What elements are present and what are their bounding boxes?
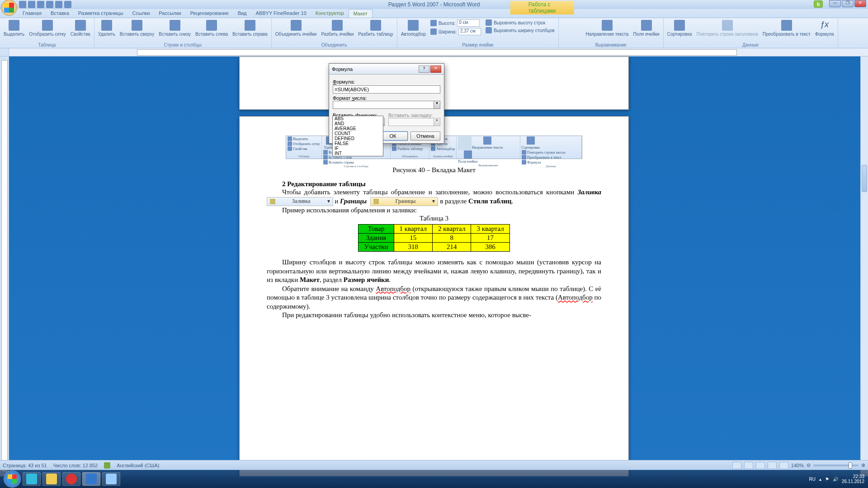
close-button[interactable]: ✕ (854, 0, 866, 7)
zoom-level[interactable]: 140% (791, 463, 804, 468)
number-format-select[interactable]: ▼ (333, 101, 440, 109)
insert-right-button[interactable]: Вставить справа (231, 19, 269, 38)
undo-icon[interactable] (28, 1, 35, 8)
print-layout-view-button[interactable] (732, 462, 741, 469)
tray-network-icon[interactable]: ⚑ (825, 477, 829, 482)
convert-to-text-button[interactable]: Преобразовать в текст (761, 19, 812, 38)
dialog-help-button[interactable]: ? (419, 66, 429, 73)
tray-volume-icon[interactable]: 🔊 (833, 477, 838, 482)
spell-check-icon[interactable] (104, 462, 110, 469)
delete-button[interactable]: Удалить (96, 19, 117, 38)
qat-icon[interactable] (46, 1, 53, 8)
tab-design[interactable]: Конструктор (311, 9, 349, 18)
scrollbar-thumb[interactable] (862, 165, 867, 192)
minimize-button[interactable]: — (829, 0, 841, 7)
vertical-ruler[interactable] (1, 60, 8, 473)
start-button[interactable] (4, 470, 21, 488)
qat-icon[interactable] (64, 1, 71, 8)
merge-cells-button[interactable]: Объединить ячейки (274, 19, 319, 38)
zoom-slider[interactable] (813, 465, 859, 466)
taskbar-paint[interactable] (102, 472, 120, 486)
tab-view[interactable]: Вид (233, 9, 251, 18)
zoom-in-button[interactable]: ⊕ (861, 462, 865, 468)
dropdown-item[interactable]: FALSE (333, 141, 383, 146)
tab-insert[interactable]: Вставка (46, 9, 74, 18)
align-ml-icon[interactable] (561, 25, 568, 32)
maximize-button[interactable]: ❐ (842, 0, 854, 7)
distribute-rows-button[interactable]: Выровнять высоту строк (484, 19, 557, 26)
dialog-titlebar[interactable]: Формула ? ✕ (329, 64, 444, 75)
split-table-icon (370, 20, 381, 31)
align-bl-icon[interactable] (561, 32, 568, 38)
autofit-button[interactable]: Автоподбор (399, 19, 428, 38)
sort-button[interactable]: Сортировка (665, 19, 694, 38)
properties-button[interactable]: Свойства (69, 19, 92, 38)
dropdown-item[interactable]: AND (333, 121, 383, 126)
dropdown-item[interactable]: INT (333, 151, 383, 156)
align-tr-icon[interactable] (576, 19, 583, 25)
horizontal-ruler[interactable] (137, 49, 737, 56)
ruler-bar (0, 48, 868, 56)
draft-view-button[interactable] (779, 462, 788, 469)
tab-references[interactable]: Ссылки (128, 9, 155, 18)
split-cells-button[interactable]: Разбить ячейки (319, 19, 355, 38)
tray-flag-icon[interactable]: ▴ (819, 477, 821, 482)
tab-abbyy[interactable]: ABBYY FineReader 10 (251, 9, 311, 18)
insert-above-button[interactable]: Вставить сверху (118, 19, 156, 38)
view-gridlines-button[interactable]: Отобразить сетку (27, 19, 68, 38)
zoom-slider-thumb[interactable] (849, 462, 852, 469)
dropdown-item[interactable]: COUNT (333, 131, 383, 136)
tab-review[interactable]: Рецензирование (186, 9, 233, 18)
formula-input[interactable] (333, 85, 440, 94)
height-input[interactable]: 0 см (457, 19, 480, 27)
insert-below-button[interactable]: Вставить снизу (157, 19, 193, 38)
select-button[interactable]: Выделить (2, 19, 26, 38)
function-dropdown[interactable]: ABS AND AVERAGE COUNT DEFINED FALSE IF I… (332, 116, 383, 156)
ruler-toggle[interactable] (0, 48, 9, 56)
taskbar-ie[interactable] (23, 472, 41, 486)
zoom-out-button[interactable]: ⊖ (807, 462, 811, 468)
word-count[interactable]: Число слов: 12 852 (53, 463, 98, 468)
tab-home[interactable]: Главная (18, 9, 46, 18)
redo-icon[interactable] (37, 1, 44, 8)
dropdown-item[interactable]: DEFINED (333, 136, 383, 141)
dropdown-item[interactable]: IF (333, 146, 383, 151)
tab-page-layout[interactable]: Разметка страницы (74, 9, 128, 18)
width-input[interactable]: 2,37 см (458, 28, 481, 35)
full-screen-view-button[interactable] (744, 462, 753, 469)
formula-button[interactable]: ƒxФормула (813, 19, 836, 38)
save-icon[interactable] (19, 1, 26, 8)
align-mr-icon[interactable] (576, 25, 583, 32)
outline-view-button[interactable] (768, 462, 777, 469)
distribute-cols-button[interactable]: Выровнять ширину столбцов (484, 27, 557, 34)
tab-layout[interactable]: Макет (349, 9, 373, 18)
qat-icon[interactable] (55, 1, 62, 8)
repeat-header-button[interactable]: Повторить строки заголовков (695, 19, 760, 38)
align-mc-icon[interactable] (568, 25, 576, 32)
taskbar-opera[interactable] (62, 472, 80, 486)
bitrix-icon[interactable]: b (814, 0, 823, 8)
align-tc-icon[interactable] (568, 19, 576, 25)
dropdown-item[interactable]: ABS (333, 116, 383, 121)
dialog-close-button[interactable]: ✕ (430, 66, 441, 73)
cancel-button[interactable]: Отмена (410, 131, 440, 141)
web-layout-view-button[interactable] (756, 462, 765, 469)
align-tl-icon[interactable] (561, 19, 568, 25)
vertical-scrollbar[interactable] (860, 56, 868, 476)
align-br-icon[interactable] (576, 32, 583, 38)
tab-mailings[interactable]: Рассылки (154, 9, 185, 18)
page-current[interactable]: Выделить Отобразить сетку Свойства Табли… (239, 116, 629, 476)
language-indicator[interactable]: Английский (США) (117, 463, 159, 468)
taskbar-explorer[interactable] (42, 472, 61, 486)
dropdown-item[interactable]: AVERAGE (333, 126, 383, 131)
input-language[interactable]: RU (809, 477, 815, 482)
cell-margins-button[interactable]: Поля ячейки (631, 19, 661, 38)
insert-left-button[interactable]: Вставить слева (193, 19, 230, 38)
align-bc-icon[interactable] (568, 32, 576, 38)
clock[interactable]: 22:33 26.11.2012 (842, 474, 864, 484)
taskbar-word[interactable] (82, 472, 100, 486)
page-indicator[interactable]: Страница: 43 из 51 (3, 463, 47, 468)
office-button[interactable] (1, 0, 17, 16)
split-table-button[interactable]: Разбить таблицу (356, 19, 395, 38)
text-direction-button[interactable]: Направление текста (584, 19, 631, 38)
